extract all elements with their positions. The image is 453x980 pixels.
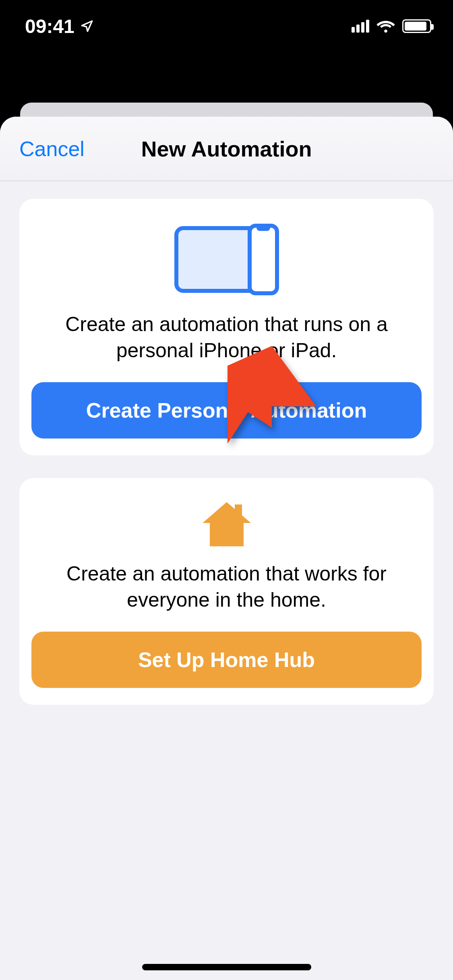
nav-bar: Cancel New Automation xyxy=(0,117,453,181)
battery-icon xyxy=(402,19,431,33)
home-indicator[interactable] xyxy=(142,964,311,970)
annotation-arrow-icon xyxy=(228,346,397,571)
svg-rect-4 xyxy=(228,391,250,530)
status-bar: 09:41 xyxy=(0,0,453,52)
location-arrow-icon xyxy=(80,19,94,33)
cancel-button[interactable]: Cancel xyxy=(19,137,85,161)
devices-icon xyxy=(174,224,279,297)
iphone-icon xyxy=(248,224,279,295)
status-right xyxy=(352,19,431,33)
page-title: New Automation xyxy=(141,136,312,161)
cellular-signal-icon xyxy=(352,20,369,33)
set-up-home-hub-button[interactable]: Set Up Home Hub xyxy=(31,632,422,688)
status-time: 09:41 xyxy=(25,15,74,37)
wifi-icon xyxy=(376,19,395,33)
status-left: 09:41 xyxy=(25,15,94,37)
